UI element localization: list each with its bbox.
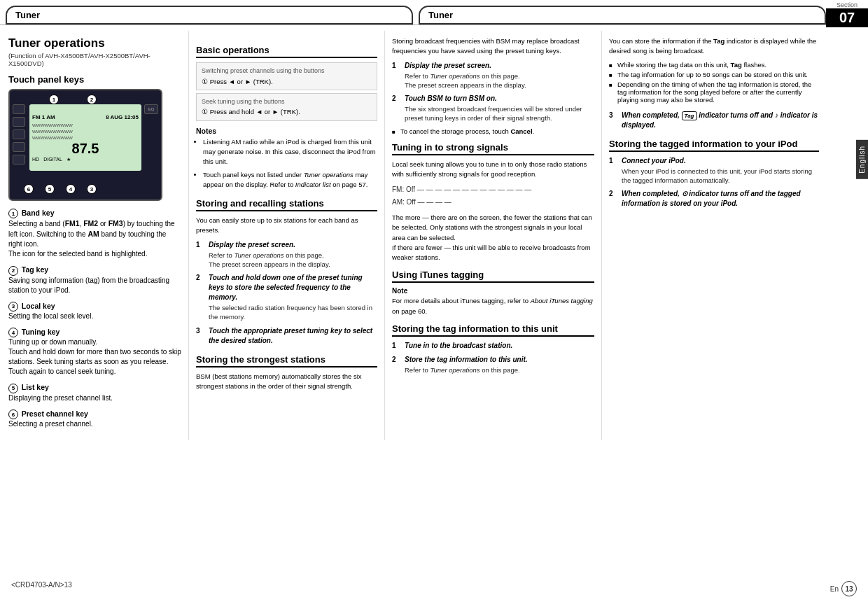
key-num-4: 4 [8,328,18,337]
notes-list: Listening AM radio while an iPod is char… [196,137,377,190]
signal-desc: The more — there are on the screen, the … [392,213,594,262]
step3-title: When completed, Tag indicator turns off … [622,111,818,129]
radio-btn-4 [13,142,25,152]
step-content-1: Display the preset screen. Refer to Tune… [209,240,330,270]
bullet-text-1: While storing the tag data on this unit,… [617,61,766,69]
bottom-ref: <CRD4703-A/N>13 [11,581,72,596]
bullet-1: ■ While storing the tag data on this uni… [609,61,819,69]
key-name-4: Tuning key [22,328,60,336]
info-box-2-step: ① Press and hold ◄ or ► (TRK). [202,107,372,116]
ipod-step-content-2: When completed, ⊙ indicator turns off an… [622,189,819,209]
radio-btn-5 [13,155,25,164]
bsm-step-title-1: Display the preset screen. [405,62,491,69]
bullet-text-2: The tag information for up to 50 songs c… [617,71,808,78]
panel-title: Touch panel keys [8,74,181,85]
bsm-step-desc-2: The six strongest broadcast frequencies … [405,104,594,123]
tag-step-title-1: Tune in to the broadcast station. [405,342,512,349]
section-number: 07 [826,8,868,27]
tag-desc-intro: You can store the information if the Tag… [609,36,819,57]
tag-info-title: Storing the tag information to this unit [392,323,594,337]
right-left-column: Storing broadcast frequencies with BSM m… [385,31,602,440]
ipod-step-title-1: Connect your iPod. [622,157,686,164]
bullet-sq-1: ■ [609,62,615,69]
right-controls: EQ [144,104,158,114]
tag-step-content-1: Tune in to the broadcast station. [405,341,512,351]
bsm-step-num-2: 2 [392,94,400,123]
bullet-sq-cancel: ■ [392,129,398,135]
section-box: Section 07 [826,0,868,27]
band-label: FM 1 AM [32,114,55,120]
bsm-step-content-1: Display the preset screen. Refer to Tune… [405,61,526,90]
ipod-step-2: 2 When completed, ⊙ indicator turns off … [609,189,819,209]
key-desc-5: Displaying the preset channel list. [8,394,113,402]
fm-line: FM: Off — — — — — — — — — — — — — [392,183,594,196]
anno-5: 5 [45,184,55,194]
scroll-text-2: wwwwwwwwww [29,128,73,134]
tag-step-2: 2 Store the tag information to this unit… [392,355,594,374]
date-time: 8 AUG 12:05 [106,114,139,120]
bsm-step-content-2: Touch BSM to turn BSM on. The six strong… [405,94,594,123]
main-title: Tuner operations [8,36,181,50]
key-name-3: Local key [22,302,55,310]
strongest-title: Storing the strongest stations [196,354,377,368]
key-item-1: 1 Band key Selecting a band (FM1, FM2 or… [8,208,181,259]
ipod-step-1: 1 Connect your iPod. When your iPod is c… [609,156,819,186]
step-num-3: 3 [196,326,204,346]
header-left: Tuner [6,6,413,24]
ipod-step-content-1: Connect your iPod. When your iPod is con… [622,156,819,186]
step-desc-2: The selected radio station frequency has… [209,303,377,322]
anno-6: 6 [24,184,34,194]
storing-title: Storing and recalling stations [196,198,377,211]
key-num-3: 3 [8,302,18,312]
radio-display: FM 1 AM 8 AUG 12:05 wwwwwwwwww wwwwwwwww… [29,104,141,171]
itunes-note-title: Note [392,287,594,295]
note-2: Touch panel keys not listed under Tuner … [203,170,377,190]
bottom-bar: <CRD4703-A/N>13 En 13 [0,581,868,596]
key-desc-2: Saving song information (tag) from the b… [8,276,169,294]
tag-step-content-2: Store the tag information to this unit. … [405,355,528,374]
anno-2: 2 [87,94,97,104]
key-item-2: 2 Tag key Saving song information (tag) … [8,265,181,295]
key-list: 1 Band key Selecting a band (FM1, FM2 or… [8,208,181,429]
radio-btn-3 [13,130,25,139]
step-content-3: Touch the appropriate preset tuning key … [209,326,377,346]
right-column: You can store the information if the Tag… [602,31,868,440]
step-title-1: Display the preset screen. [209,241,295,248]
itunes-title: Using iTunes tagging [392,270,594,283]
ipod-step-num-2: 2 [609,189,617,209]
bullet-text-3: Depending on the timing of when the tag … [617,80,819,104]
step-title-3: Touch the appropriate preset tuning key … [209,327,372,344]
note-1: Listening AM radio while an iPod is char… [203,137,377,167]
anno-1: 1 [49,94,59,104]
info-box-2-label: Seek tuning using the buttons [202,97,372,106]
key-item-4: 4 Tuning key Tuning up or down manually.… [8,327,181,377]
key-num-2: 2 [8,266,18,276]
key-item-6: 6 Preset channel key Selecting a preset … [8,409,181,429]
page-number-area: En 13 [830,581,857,596]
storing-body: You can easily store up to six stations … [196,216,377,236]
page-number: 13 [841,581,857,596]
cancel-note: ■ To cancel the storage process, touch C… [392,127,594,135]
eq-btn: EQ [144,104,158,114]
step-content-2: Touch and hold down one of the preset tu… [209,273,377,322]
bsm-step-num-1: 1 [392,61,400,90]
scroll-text-1: wwwwwwwwww [29,122,73,128]
subtitle: (Function of AVH-X4500BT/AVH-X2500BT/AVH… [8,52,181,67]
key-num-5: 5 [8,384,18,393]
radio-btn-2 [13,117,25,127]
info-box-1-label: Switching preset channels using the butt… [202,66,372,76]
key-name-2: Tag key [22,265,48,274]
key-desc-1: Selecting a band (FM1, FM2 or FM3) by to… [8,220,175,258]
bullet-sq-3: ■ [609,82,615,88]
ipod-step-title-2: When completed, ⊙ indicator turns off an… [622,190,801,207]
btn-4-container: 4 [66,184,76,194]
lang-label: En [830,585,839,593]
am-line: AM: Off — — — — [392,196,594,209]
step-title-2: Touch and hold down one of the preset tu… [209,274,363,301]
key-desc-4: Tuning up or down manually.Touch and hol… [8,338,181,375]
header-left-title: Tuner [15,10,40,20]
bsm-step-2: 2 Touch BSM to turn BSM on. The six stro… [392,94,594,123]
btn-3-container: 3 [87,184,97,194]
step3-num: 3 [609,111,617,130]
anno-3: 3 [87,184,97,194]
